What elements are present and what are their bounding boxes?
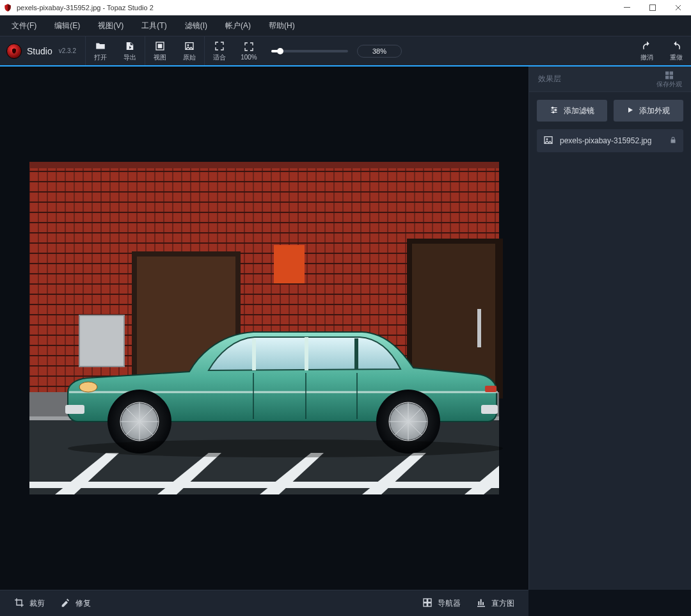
svg-rect-54: [670, 75, 673, 79]
svg-rect-0: [624, 7, 630, 8]
sliders-icon: [550, 106, 559, 116]
window-maximize-button[interactable]: [640, 0, 665, 15]
canvas-workspace[interactable]: [0, 67, 528, 590]
app-name: Studio: [27, 46, 52, 56]
svg-rect-31: [252, 338, 256, 370]
toolbar-undo-button[interactable]: 撤消: [632, 36, 662, 65]
menu-view[interactable]: 视图(V): [89, 18, 132, 34]
add-look-label: 添加外观: [639, 106, 670, 116]
folder-icon: [95, 40, 106, 52]
svg-point-56: [555, 109, 556, 110]
bottom-toolbar: 裁剪 修复 导航器 直方图: [0, 590, 528, 616]
app-icon: [3, 3, 13, 13]
image-layer-icon: [543, 135, 553, 147]
toolbar-export-label: 导出: [123, 53, 136, 62]
menu-file[interactable]: 文件(F): [3, 18, 45, 34]
layer-name: pexels-pixabay-315952.jpg: [560, 136, 651, 145]
svg-rect-36: [485, 386, 496, 392]
svg-rect-30: [29, 482, 499, 488]
svg-point-50: [68, 439, 503, 457]
app-logo-icon: [6, 43, 22, 59]
effects-panel-header: 效果层 保存外观: [529, 67, 691, 92]
crop-label: 裁剪: [29, 598, 45, 609]
menu-account[interactable]: 帐户(A): [216, 18, 260, 34]
toolbar-100-button[interactable]: 100%: [234, 36, 264, 65]
svg-rect-37: [481, 405, 498, 414]
add-look-button[interactable]: 添加外观: [614, 100, 684, 122]
window-title: pexels-pixabay-315952.jpg - Topaz Studio…: [17, 4, 154, 12]
menu-edit[interactable]: 编辑(E): [45, 18, 89, 34]
zoom-percent-display[interactable]: 38%: [357, 45, 402, 58]
add-filter-label: 添加滤镜: [564, 106, 594, 116]
svg-rect-20: [274, 245, 305, 283]
crop-tool-button[interactable]: 裁剪: [6, 594, 52, 613]
toolbar-undo-label: 撤消: [640, 53, 653, 62]
svg-point-59: [546, 138, 548, 140]
effects-panel-title: 效果层: [538, 74, 561, 84]
svg-rect-62: [424, 603, 427, 606]
toolbar-original-label: 原始: [183, 53, 196, 62]
app-brand: Studio v2.3.2: [0, 36, 85, 65]
toolbar-100-label: 100%: [241, 54, 257, 61]
toolbar-open-button[interactable]: 打开: [86, 36, 115, 65]
main-toolbar: Studio v2.3.2 打开 导出 视图 原始 适合 100% 38% 撤消: [0, 36, 691, 67]
zoom-slider[interactable]: [271, 50, 348, 52]
window-close-button[interactable]: [665, 0, 691, 15]
zoom-controls: 38%: [264, 36, 632, 65]
toolbar-export-button[interactable]: 导出: [115, 36, 145, 65]
svg-rect-53: [665, 75, 669, 79]
navigator-button[interactable]: 导航器: [415, 594, 468, 613]
histogram-icon: [476, 597, 486, 610]
svg-point-57: [552, 111, 553, 113]
svg-rect-1: [650, 5, 656, 11]
toolbar-fit-label: 适合: [213, 53, 226, 62]
redo-icon: [671, 40, 682, 52]
navigator-label: 导航器: [438, 598, 461, 609]
crop-icon: [14, 597, 24, 610]
svg-rect-21: [79, 315, 124, 367]
canvas-image: [29, 162, 499, 494]
toolbar-redo-button[interactable]: 重做: [662, 36, 691, 65]
app-version: v2.3.2: [59, 47, 76, 54]
histogram-button[interactable]: 直方图: [468, 594, 522, 613]
toolbar-redo-label: 重做: [670, 53, 683, 62]
toolbar-fit-button[interactable]: 适合: [205, 36, 234, 65]
svg-rect-34: [65, 405, 84, 414]
svg-rect-3: [158, 43, 163, 48]
square-icon: [155, 40, 165, 52]
fit-icon: [214, 40, 225, 52]
menu-bar: 文件(F) 编辑(E) 视图(V) 工具(T) 滤镜(I) 帐户(A) 帮助(H…: [0, 15, 691, 36]
svg-rect-63: [428, 603, 431, 606]
layer-item[interactable]: pexels-pixabay-315952.jpg: [537, 129, 683, 152]
toolbar-open-label: 打开: [94, 53, 107, 62]
window-minimize-button[interactable]: [614, 0, 640, 15]
svg-point-35: [79, 382, 97, 392]
effects-panel: 效果层 保存外观 添加滤镜 添加外观 pexels-pixabay-315952…: [528, 67, 691, 590]
svg-point-5: [187, 44, 189, 46]
save-look-button[interactable]: 保存外观: [656, 70, 682, 88]
svg-rect-19: [477, 309, 481, 347]
svg-rect-32: [305, 337, 308, 370]
image-icon: [184, 40, 195, 52]
add-filter-button[interactable]: 添加滤镜: [537, 100, 607, 122]
svg-rect-52: [670, 72, 673, 75]
svg-rect-60: [424, 599, 427, 602]
play-icon: [626, 106, 634, 116]
svg-point-55: [552, 107, 553, 108]
svg-rect-51: [665, 72, 669, 75]
histogram-label: 直方图: [491, 598, 514, 609]
export-icon: [124, 40, 136, 52]
navigator-icon: [422, 597, 433, 610]
menu-tools[interactable]: 工具(T): [132, 18, 175, 34]
toolbar-original-button[interactable]: 原始: [175, 36, 204, 65]
toolbar-view-button[interactable]: 视图: [145, 36, 175, 65]
menu-filters[interactable]: 滤镜(I): [176, 18, 216, 34]
svg-rect-61: [428, 599, 431, 602]
heal-tool-button[interactable]: 修复: [52, 594, 99, 613]
heal-icon: [60, 597, 70, 610]
save-look-label: 保存外观: [656, 81, 682, 88]
toolbar-view-label: 视图: [154, 53, 166, 62]
undo-icon: [641, 40, 653, 52]
heal-label: 修复: [75, 598, 91, 609]
menu-help[interactable]: 帮助(H): [260, 18, 304, 34]
